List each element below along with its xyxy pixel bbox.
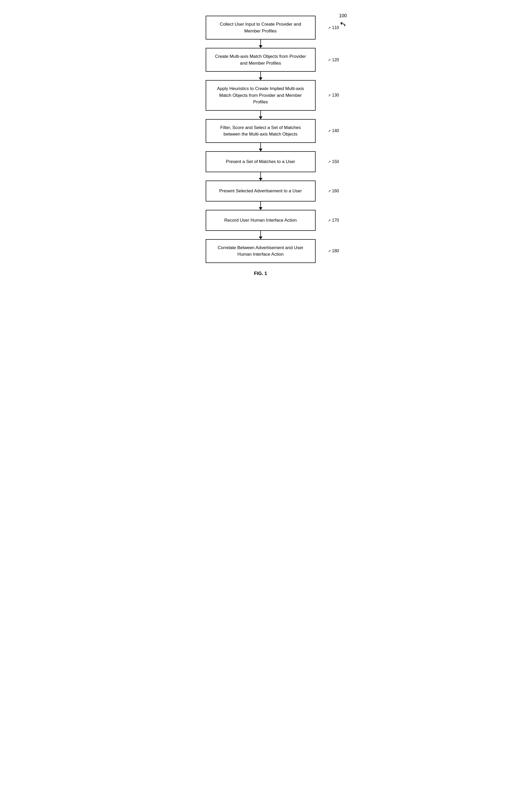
step-row-160: Present Selected Advertisement to a User… bbox=[174, 181, 347, 202]
fig-label: FIG. 1 bbox=[174, 271, 347, 276]
step-number-140: ↗ 140 bbox=[328, 129, 339, 133]
step-number-170: ↗ 170 bbox=[328, 218, 339, 223]
step-wrapper-150: Present a Set of Matches to a User ↗ 150 bbox=[174, 151, 347, 181]
step-text-160: Present Selected Advertisement to a User bbox=[219, 188, 302, 195]
arrow-140 bbox=[260, 143, 261, 151]
arrow-150 bbox=[260, 172, 261, 181]
step-box-110: Collect User Input to Create Provider an… bbox=[206, 16, 316, 40]
step-row-170: Record User Human Interface Action ↗ 170 bbox=[174, 210, 347, 231]
step-box-160: Present Selected Advertisement to a User bbox=[206, 181, 316, 202]
step-box-170: Record User Human Interface Action bbox=[206, 210, 316, 231]
step-text-150: Present a Set of Matches to a User bbox=[226, 158, 295, 165]
step-wrapper-120: Create Multi-axis Match Objects from Pro… bbox=[174, 48, 347, 80]
flowchart: Collect User Input to Create Provider an… bbox=[174, 16, 347, 263]
step-wrapper-180: Correlate Between Advertisement and User… bbox=[174, 239, 347, 263]
step-text-140: Filter, Score and Select a Set of Matche… bbox=[212, 124, 309, 138]
step-text-120: Create Multi-axis Match Objects from Pro… bbox=[212, 53, 309, 66]
arrow-120 bbox=[260, 72, 261, 80]
step-box-180: Correlate Between Advertisement and User… bbox=[206, 239, 316, 263]
step-number-120: ↗ 120 bbox=[328, 58, 339, 62]
step-wrapper-160: Present Selected Advertisement to a User… bbox=[174, 181, 347, 210]
step-text-130: Apply Heuristics to Create Implied Multi… bbox=[212, 85, 309, 106]
step-number-130: ↗ 130 bbox=[328, 93, 339, 97]
step-wrapper-110: Collect User Input to Create Provider an… bbox=[174, 16, 347, 48]
step-text-170: Record User Human Interface Action bbox=[224, 217, 297, 224]
step-row-150: Present a Set of Matches to a User ↗ 150 bbox=[174, 151, 347, 172]
step-row-130: Apply Heuristics to Create Implied Multi… bbox=[174, 80, 347, 111]
arrow-160 bbox=[260, 202, 261, 210]
step-row-180: Correlate Between Advertisement and User… bbox=[174, 239, 347, 263]
step-wrapper-170: Record User Human Interface Action ↗ 170 bbox=[174, 210, 347, 239]
arrow-170 bbox=[260, 231, 261, 239]
step-number-180: ↗ 180 bbox=[328, 249, 339, 253]
step-text-180: Correlate Between Advertisement and User… bbox=[212, 244, 309, 258]
step-wrapper-140: Filter, Score and Select a Set of Matche… bbox=[174, 119, 347, 151]
step-box-120: Create Multi-axis Match Objects from Pro… bbox=[206, 48, 316, 72]
step-wrapper-130: Apply Heuristics to Create Implied Multi… bbox=[174, 80, 347, 119]
step-row-120: Create Multi-axis Match Objects from Pro… bbox=[174, 48, 347, 72]
step-box-150: Present a Set of Matches to a User bbox=[206, 151, 316, 172]
step-number-160: ↗ 160 bbox=[328, 189, 339, 194]
arrow-130 bbox=[260, 111, 261, 119]
step-row-110: Collect User Input to Create Provider an… bbox=[174, 16, 347, 40]
step-text-110: Collect User Input to Create Provider an… bbox=[212, 21, 309, 34]
arrow-110 bbox=[260, 40, 261, 48]
step-number-150: ↗ 150 bbox=[328, 159, 339, 164]
step-number-110: ↗ 110 bbox=[328, 25, 339, 30]
step-row-140: Filter, Score and Select a Set of Matche… bbox=[174, 119, 347, 143]
diagram-container: 100 ↩ Collect User Input to Create Provi… bbox=[169, 5, 352, 292]
step-box-130: Apply Heuristics to Create Implied Multi… bbox=[206, 80, 316, 111]
step-box-140: Filter, Score and Select a Set of Matche… bbox=[206, 119, 316, 143]
